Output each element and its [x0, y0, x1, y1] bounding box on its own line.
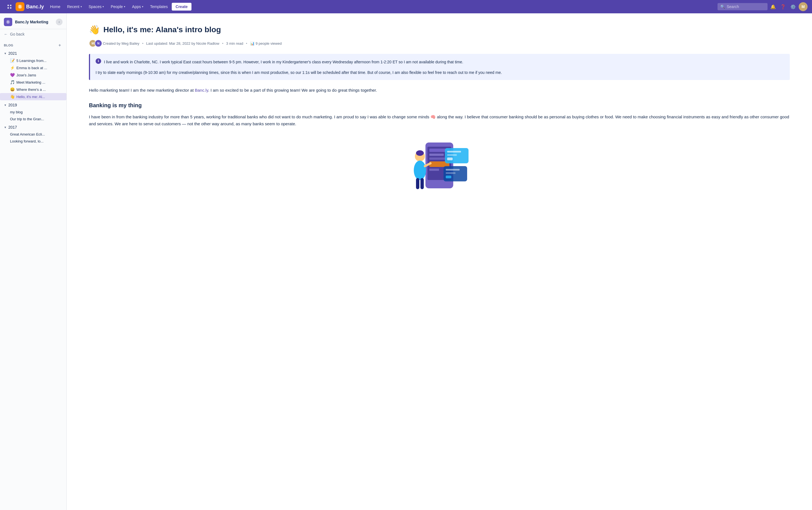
year-row-2017[interactable]: ▼ 2017	[0, 124, 66, 131]
svg-text:B: B	[7, 20, 9, 24]
year-row-2021[interactable]: ▼ 2021	[0, 50, 66, 57]
logo-text: Banc.ly	[26, 4, 44, 10]
page-title: Hello, it's me: Alana's intro blog	[104, 25, 221, 34]
logo[interactable]: B Banc.ly	[16, 2, 44, 11]
sidebar: B Banc.ly Marketing ‹ ← Go back BLOG + ▼…	[0, 13, 67, 510]
apps-nav-item[interactable]: Apps ▾	[129, 3, 146, 10]
sidebar-item-our-trip[interactable]: Our trip to the Gran...	[0, 116, 66, 122]
item-emoji: 👋	[10, 94, 15, 99]
spaces-nav-item[interactable]: Spaces ▾	[86, 3, 107, 10]
svg-rect-1	[10, 5, 11, 6]
settings-button[interactable]: ⚙️	[789, 2, 798, 11]
year-group-2017: ▼ 2017 Great American Ecli... Looking fo…	[0, 124, 66, 145]
created-by: Created by Meg Bailey	[103, 41, 140, 46]
views-icon: 📊	[250, 41, 255, 46]
page-body: Hello marketing team! I am the new marke…	[89, 87, 790, 195]
banking-illustration	[401, 134, 478, 195]
page-title-row: 👋 Hello, it's me: Alana's intro blog	[89, 25, 790, 35]
chevron-down-icon: ▾	[124, 5, 125, 8]
item-emoji: ⚡	[10, 65, 15, 70]
sidebar-header: B Banc.ly Marketing ‹	[0, 13, 66, 29]
help-button[interactable]: ❓	[779, 2, 787, 11]
bancly-link[interactable]: Banc.ly	[195, 88, 208, 92]
info-box: ℹ I live and work in Charlotte, NC. I wo…	[89, 54, 790, 80]
svg-rect-21	[446, 172, 456, 174]
svg-rect-3	[10, 7, 11, 9]
svg-rect-16	[447, 151, 461, 152]
sidebar-section-label: BLOG	[4, 43, 13, 47]
year-group-2021: ▼ 2021 📝 5 Learnings from... ⚡ Emma is b…	[0, 50, 66, 100]
sidebar-item-where-theres[interactable]: 😄 Where there's a ...	[0, 86, 66, 93]
search-icon: 🔍	[720, 4, 725, 9]
people-nav-item[interactable]: People ▾	[108, 3, 128, 10]
templates-nav-item[interactable]: Templates	[147, 3, 171, 10]
meta-avatars: M N	[89, 39, 100, 47]
chevron-down-icon: ▾	[81, 5, 82, 8]
apps-grid-button[interactable]	[4, 3, 14, 10]
svg-rect-0	[7, 5, 9, 6]
views-count: 📊 9 people viewed	[250, 41, 282, 46]
main-layout: B Banc.ly Marketing ‹ ← Go back BLOG + ▼…	[0, 13, 812, 510]
space-name: Banc.ly Marketing	[15, 20, 53, 24]
go-back-button[interactable]: ← Go back	[0, 29, 66, 39]
svg-rect-20	[446, 169, 460, 171]
info-box-para1: ℹ I live and work in Charlotte, NC. I wo…	[95, 58, 784, 66]
notifications-button[interactable]: 🔔	[768, 2, 778, 11]
svg-point-24	[416, 150, 424, 156]
chevron-icon: ▼	[4, 126, 7, 129]
logo-icon: B	[16, 2, 25, 11]
svg-rect-14	[429, 169, 439, 171]
home-nav-item[interactable]: Home	[47, 3, 63, 10]
svg-rect-17	[447, 154, 457, 156]
chevron-icon: ▼	[4, 103, 7, 107]
sidebar-add-button[interactable]: +	[57, 42, 62, 48]
sidebar-item-joses-jams[interactable]: 💜 Jose's Jams	[0, 71, 66, 79]
sidebar-item-my-blog[interactable]: my blog	[0, 109, 66, 116]
svg-rect-11	[429, 154, 444, 156]
create-button[interactable]: Create	[172, 3, 192, 10]
user-avatar[interactable]: M	[799, 2, 808, 11]
svg-rect-27	[416, 178, 419, 189]
page-content: 👋 Hello, it's me: Alana's intro blog M N…	[67, 13, 812, 510]
chevron-down-icon: ▾	[103, 5, 104, 8]
sidebar-item-meet-marketing[interactable]: 🎵 Meet Marketing ...	[0, 79, 66, 86]
info-box-para2: I try to slate early mornings (9-10:30 a…	[95, 69, 784, 76]
svg-text:B: B	[19, 4, 21, 9]
read-time: 3 min read	[226, 41, 243, 46]
year-row-2019[interactable]: ▼ 2019	[0, 101, 66, 109]
chevron-down-icon: ▾	[142, 5, 143, 8]
item-emoji: 😄	[10, 87, 15, 92]
space-icon: B	[4, 18, 12, 26]
svg-rect-18	[447, 157, 453, 160]
banking-heading: Banking is my thing	[89, 100, 790, 110]
svg-rect-12	[429, 157, 446, 160]
svg-rect-22	[446, 176, 451, 178]
svg-point-25	[414, 160, 426, 180]
back-arrow-icon: ←	[4, 32, 8, 36]
last-updated: Last updated: Mar 28, 2022 by Nicole Rad…	[146, 41, 219, 46]
info-icon: ℹ	[95, 58, 101, 64]
sidebar-item-5learnings[interactable]: 📝 5 Learnings from...	[0, 57, 66, 64]
author-avatar-2: N	[94, 39, 102, 47]
sidebar-item-looking-forward[interactable]: Looking forward, lo...	[0, 138, 66, 145]
search-box[interactable]: 🔍 Search	[718, 3, 767, 10]
year-group-2019: ▼ 2019 my blog Our trip to the Gran...	[0, 101, 66, 122]
intro-paragraph: Hello marketing team! I am the new marke…	[89, 87, 790, 94]
item-emoji: 💜	[10, 73, 15, 77]
svg-rect-28	[420, 178, 424, 189]
recent-nav-item[interactable]: Recent ▾	[64, 3, 85, 10]
sidebar-item-hello-blog[interactable]: 👋 Hello, it's me: Al...	[0, 93, 66, 100]
sidebar-section-header: BLOG +	[0, 39, 66, 50]
page-title-emoji: 👋	[89, 25, 100, 35]
item-emoji: 🎵	[10, 80, 15, 85]
chevron-icon: ▼	[4, 52, 7, 55]
item-emoji: 📝	[10, 58, 15, 63]
page-meta: M N Created by Meg Bailey • Last updated…	[89, 39, 790, 47]
topnav: B Banc.ly Home Recent ▾ Spaces ▾ People …	[0, 0, 812, 13]
svg-rect-2	[7, 7, 9, 9]
sidebar-item-emma[interactable]: ⚡ Emma is back at ...	[0, 64, 66, 71]
banking-paragraph: I have been in from the banking industry…	[89, 113, 790, 127]
sidebar-collapse-button[interactable]: ‹	[56, 19, 62, 25]
sidebar-item-great-american[interactable]: Great American Ecli...	[0, 131, 66, 138]
